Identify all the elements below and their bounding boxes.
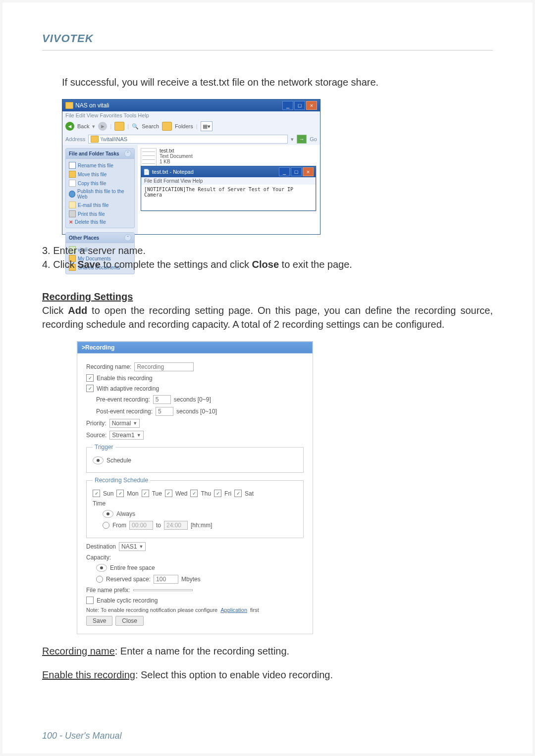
to-label: to — [156, 522, 161, 529]
day-fri[interactable] — [214, 490, 221, 497]
enable-recording-checkbox[interactable] — [86, 374, 94, 382]
task-copy[interactable]: Copy this file — [69, 179, 131, 188]
close-button[interactable]: Close — [115, 616, 144, 626]
up-folder-icon[interactable] — [114, 122, 124, 131]
chevron-down-icon: ▼ — [139, 544, 143, 549]
time-from-radio[interactable] — [103, 522, 109, 529]
back-icon[interactable]: ◄ — [65, 122, 74, 131]
day-thu[interactable] — [190, 490, 198, 497]
recording-name-input[interactable]: Recording — [134, 362, 194, 371]
address-field[interactable]: \\vitali\NAS — [88, 135, 288, 144]
menubar[interactable]: File Edit View Favorites Tools Help — [62, 111, 320, 119]
enable-recording-label: Enable this recording — [97, 375, 153, 382]
day-tue[interactable] — [142, 490, 149, 497]
close-icon[interactable]: × — [306, 101, 317, 110]
folder-icon — [91, 136, 99, 143]
notepad-menubar[interactable]: File Edit Format View Help — [141, 177, 316, 185]
folders-label[interactable]: Folders — [175, 123, 193, 129]
explorer-screenshot: NAS on vitali _ □ × File Edit View Favor… — [62, 99, 321, 235]
source-label: Source: — [86, 432, 107, 439]
search-icon[interactable]: 🔍 — [132, 123, 139, 130]
pre-event-input[interactable]: 5 — [153, 395, 171, 404]
day-sun[interactable] — [93, 490, 100, 497]
go-label[interactable]: Go — [310, 136, 317, 142]
cyclic-checkbox[interactable] — [86, 597, 94, 604]
hhmm-hint: [hh:mm] — [191, 522, 212, 529]
prefix-input[interactable] — [133, 589, 193, 591]
save-button[interactable]: Save — [86, 616, 112, 626]
intro-text: If successful, you will receive a test.t… — [62, 75, 493, 89]
post-event-input[interactable]: 5 — [156, 407, 173, 416]
minimize-icon[interactable]: _ — [282, 101, 293, 110]
task-publish[interactable]: Publish this file to the Web — [69, 188, 131, 201]
chevron-down-icon: ▼ — [137, 433, 141, 438]
address-label: Address — [65, 136, 85, 142]
adaptive-checkbox[interactable] — [86, 385, 94, 392]
trigger-legend: Trigger — [93, 444, 115, 451]
day-sat[interactable] — [234, 490, 242, 497]
trigger-schedule-radio[interactable] — [93, 456, 104, 464]
step3: 3. Enter a server name. — [42, 244, 493, 257]
notepad-content: [NOTIFICATION]The Result of Server Test … — [141, 185, 316, 210]
go-icon[interactable]: → — [297, 135, 307, 144]
task-delete[interactable]: ✕Delete this file — [69, 218, 131, 226]
window-title: NAS on vitali — [75, 102, 109, 109]
note-text: Note: To enable recording notification p… — [86, 607, 304, 613]
task-email[interactable]: E-mail this file — [69, 201, 131, 209]
time-always-radio[interactable] — [103, 510, 113, 518]
day-mon[interactable] — [116, 490, 124, 497]
day-wed[interactable] — [165, 490, 172, 497]
post-event-label: Post-event recording: — [96, 408, 153, 415]
to-input[interactable]: 24:00 — [164, 521, 188, 530]
notepad-file-icon: 📄 — [143, 169, 150, 175]
pre-event-label: Pre-event recording: — [96, 396, 150, 403]
task-move[interactable]: Move this file — [69, 170, 131, 179]
places-heading: Other Places — [69, 235, 99, 241]
maximize-icon[interactable]: □ — [291, 167, 302, 176]
capacity-label: Capacity: — [86, 554, 111, 561]
step4: 4. Click Save to complete the settings a… — [42, 257, 493, 271]
reserved-space-radio[interactable] — [96, 576, 103, 583]
application-link[interactable]: Application — [220, 607, 247, 613]
task-rename[interactable]: Rename this file — [69, 161, 131, 170]
back-label[interactable]: Back — [77, 123, 89, 129]
recording-panel-header: >Recording — [77, 342, 313, 353]
reserved-input[interactable]: 100 — [154, 575, 178, 584]
close-icon[interactable]: × — [303, 167, 314, 176]
recording-heading: Recording Settings — [42, 291, 493, 302]
collapse-icon[interactable]: ˆ — [124, 234, 131, 241]
task-print[interactable]: Print this file — [69, 209, 131, 218]
minimize-icon[interactable]: _ — [279, 167, 290, 176]
notepad-title: test.txt - Notepad — [152, 169, 194, 175]
entire-space-radio[interactable] — [96, 564, 107, 572]
reserved-label: Reserved space: — [106, 576, 151, 583]
search-label[interactable]: Search — [142, 123, 159, 129]
file-name: test.txt — [160, 148, 193, 153]
file-size: 1 KB — [160, 159, 193, 164]
forward-icon[interactable]: ► — [98, 122, 107, 131]
collapse-icon[interactable]: ˆ — [124, 150, 131, 157]
maximize-icon[interactable]: □ — [294, 101, 305, 110]
chevron-down-icon[interactable]: ▾ — [291, 136, 294, 143]
views-icon[interactable]: ▦▾ — [201, 121, 213, 131]
desc-enable-recording: Enable this recording: Select this optio… — [42, 668, 493, 682]
from-input[interactable]: 00:00 — [129, 521, 153, 530]
file-item[interactable]: test.txt Text Document 1 KB — [141, 148, 210, 167]
recording-name-label: Recording name: — [86, 363, 131, 370]
time-always-label: Always — [116, 510, 135, 517]
post-event-unit: seconds [0~10] — [176, 408, 217, 415]
prefix-label: File name prefix: — [86, 587, 130, 594]
priority-select[interactable]: Normal▼ — [109, 419, 140, 428]
destination-select[interactable]: NAS1▼ — [119, 542, 146, 551]
adaptive-label: With adaptive recording — [97, 385, 159, 392]
entire-space-label: Entire free space — [110, 564, 155, 571]
schedule-legend: Recording Schedule — [93, 477, 150, 484]
desc-recording-name: Recording name: Enter a name for the rec… — [42, 644, 493, 658]
folders-icon[interactable] — [162, 122, 172, 131]
priority-label: Priority: — [86, 420, 107, 427]
recording-panel: >Recording Recording name: Recording Ena… — [77, 341, 313, 634]
cyclic-label: Enable cyclic recording — [97, 597, 158, 604]
source-select[interactable]: Stream1▼ — [109, 431, 143, 440]
notepad-window: 📄 test.txt - Notepad _ □ × File Edit For… — [141, 166, 316, 211]
text-file-icon — [141, 148, 157, 167]
